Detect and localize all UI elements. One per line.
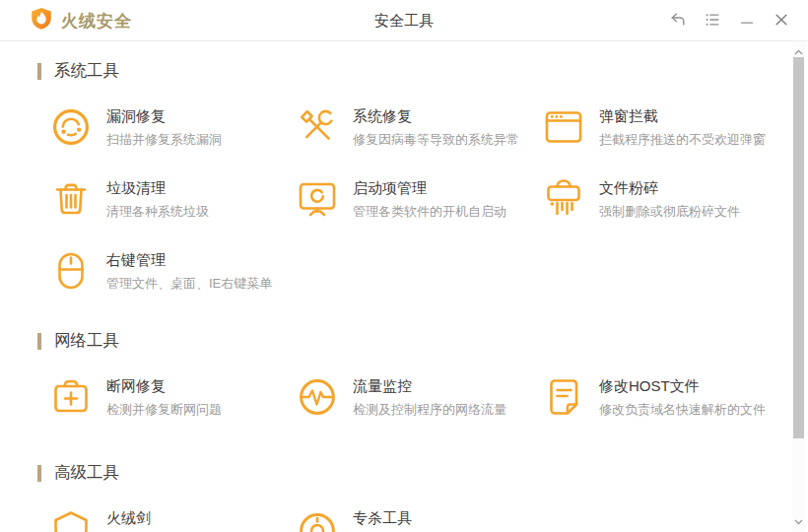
- section-accent-bar: [37, 465, 41, 482]
- tool-title: 漏洞修复: [106, 105, 222, 125]
- tool-item[interactable]: 启动项管理管理各类软件的开机自启动: [296, 177, 542, 223]
- tool-desc: 检测并修复断网问题: [106, 401, 222, 419]
- tool-item[interactable]: 弹窗拦截拦截程序推送的不受欢迎弹窗: [542, 105, 795, 151]
- host-file-icon: [542, 375, 585, 419]
- tool-item[interactable]: 系统修复修复因病毒等导致的系统异常: [296, 105, 542, 151]
- title-bar: 火绒安全 安全工具: [0, 0, 808, 41]
- system-repair-icon: [296, 105, 339, 149]
- minimize-button[interactable]: [734, 8, 760, 33]
- menu-icon: [704, 11, 721, 32]
- special-tool-icon: [296, 507, 339, 532]
- tool-desc: 管理各类软件的开机自启动: [353, 203, 506, 221]
- tool-text: 流量监控检测及控制程序的网络流量: [353, 375, 506, 419]
- file-shredder-icon: [542, 177, 585, 221]
- back-icon: [669, 11, 687, 32]
- back-button[interactable]: [665, 8, 691, 33]
- section-label: 系统工具: [54, 60, 119, 82]
- tool-text: 文件粉碎强制删除或彻底粉碎文件: [599, 177, 740, 221]
- section-header: 系统工具: [37, 60, 795, 82]
- traffic-monitor-icon: [296, 375, 339, 419]
- vulnerability-fix-icon: [49, 105, 93, 149]
- tool-desc: 修改负责域名快速解析的文件: [599, 401, 766, 419]
- tool-title: 修改HOST文件: [599, 375, 766, 395]
- scrollbar-thumb[interactable]: [793, 57, 804, 438]
- tool-grid: 断网修复检测并修复断网问题流量监控检测及控制程序的网络流量修改HOST文件修改负…: [49, 375, 795, 421]
- tool-item[interactable]: 流量监控检测及控制程序的网络流量: [296, 375, 542, 421]
- tool-item[interactable]: 火绒剑: [49, 507, 296, 532]
- tool-item[interactable]: 垃圾清理清理各种系统垃圾: [49, 177, 296, 223]
- tool-item[interactable]: 漏洞修复扫描并修复系统漏洞: [49, 105, 296, 151]
- scroll-down-arrow[interactable]: [792, 515, 805, 528]
- app-name: 火绒安全: [61, 10, 132, 33]
- tool-text: 垃圾清理清理各种系统垃圾: [106, 177, 209, 221]
- tool-title: 启动项管理: [353, 177, 506, 197]
- tool-desc: 扫描并修复系统漏洞: [106, 131, 222, 149]
- tool-title: 文件粉碎: [599, 177, 740, 197]
- menu-button[interactable]: [700, 8, 725, 33]
- tool-title: 垃圾清理: [106, 177, 209, 197]
- tool-title: 右键管理: [106, 249, 272, 269]
- mouse-icon: [49, 249, 93, 293]
- close-icon: [773, 11, 790, 32]
- network-repair-icon: [49, 375, 93, 419]
- section-header: 高级工具: [37, 462, 795, 484]
- tool-item[interactable]: 专杀工具: [296, 507, 542, 532]
- tool-item[interactable]: 修改HOST文件修改负责域名快速解析的文件: [542, 375, 795, 421]
- tool-text: 右键管理管理文件、桌面、IE右键菜单: [106, 249, 272, 293]
- tool-text: 断网修复检测并修复断网问题: [106, 375, 222, 419]
- close-button[interactable]: [769, 8, 794, 33]
- tool-text: 弹窗拦截拦截程序推送的不受欢迎弹窗: [599, 105, 766, 149]
- junk-clean-icon: [49, 177, 93, 221]
- tool-item[interactable]: 文件粉碎强制删除或彻底粉碎文件: [542, 177, 795, 223]
- app-window: 火绒安全 安全工具 系统工具漏洞修复扫描并修复系统漏洞系统修复修复因病毒等导致的…: [0, 0, 808, 532]
- tool-title: 弹窗拦截: [599, 105, 766, 125]
- section-accent-bar: [37, 63, 41, 80]
- tool-item[interactable]: 右键管理管理文件、桌面、IE右键菜单: [49, 249, 296, 295]
- tool-desc: 拦截程序推送的不受欢迎弹窗: [599, 131, 766, 149]
- section-label: 高级工具: [54, 462, 119, 484]
- tool-desc: 强制删除或彻底粉碎文件: [599, 203, 740, 221]
- tool-text: 专杀工具: [353, 507, 412, 532]
- tool-text: 漏洞修复扫描并修复系统漏洞: [106, 105, 222, 149]
- sword-shield-icon: [49, 507, 93, 532]
- section-accent-bar: [37, 333, 41, 350]
- tool-text: 系统修复修复因病毒等导致的系统异常: [353, 105, 519, 149]
- tool-desc: 检测及控制程序的网络流量: [353, 401, 506, 419]
- page-title: 安全工具: [374, 0, 434, 41]
- tool-text: 火绒剑: [106, 507, 151, 532]
- tool-title: 系统修复: [353, 105, 519, 125]
- app-logo-icon: [30, 7, 53, 34]
- minimize-icon: [738, 11, 756, 32]
- tool-title: 火绒剑: [106, 507, 151, 527]
- popup-block-icon: [542, 105, 585, 149]
- tool-item[interactable]: 断网修复检测并修复断网问题: [49, 375, 296, 421]
- tool-grid: 火绒剑专杀工具: [49, 507, 795, 532]
- tool-title: 专杀工具: [353, 507, 412, 527]
- section-label: 网络工具: [54, 330, 119, 352]
- tool-title: 流量监控: [353, 375, 506, 395]
- tools-content: 系统工具漏洞修复扫描并修复系统漏洞系统修复修复因病毒等导致的系统异常弹窗拦截拦截…: [0, 42, 795, 532]
- tool-desc: 清理各种系统垃圾: [106, 203, 209, 221]
- tool-grid: 漏洞修复扫描并修复系统漏洞系统修复修复因病毒等导致的系统异常弹窗拦截拦截程序推送…: [49, 105, 795, 295]
- scrollbar[interactable]: [792, 41, 805, 532]
- startup-manager-icon: [296, 177, 339, 221]
- tool-desc: 管理文件、桌面、IE右键菜单: [106, 275, 272, 293]
- tool-text: 修改HOST文件修改负责域名快速解析的文件: [599, 375, 766, 419]
- section-header: 网络工具: [37, 330, 795, 352]
- tool-text: 启动项管理管理各类软件的开机自启动: [353, 177, 506, 221]
- tool-desc: 修复因病毒等导致的系统异常: [353, 131, 519, 149]
- app-brand: 火绒安全: [30, 0, 132, 41]
- window-controls: [665, 0, 794, 41]
- tool-title: 断网修复: [106, 375, 222, 395]
